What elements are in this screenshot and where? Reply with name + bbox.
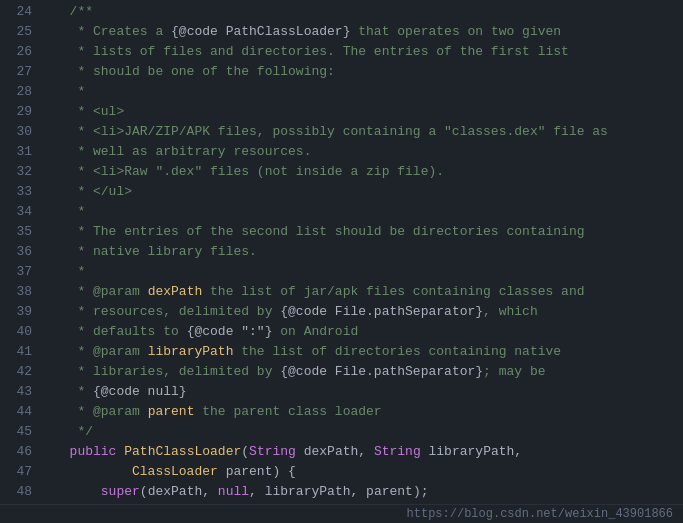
code-line: * Creates a {@code PathClassLoader} that… [54, 22, 683, 42]
line-number: 44 [10, 402, 32, 422]
line-number: 41 [10, 342, 32, 362]
line-number: 25 [10, 22, 32, 42]
line-number: 34 [10, 202, 32, 222]
code-line: * defaults to {@code ":"} on Android [54, 322, 683, 342]
code-line: * resources, delimited by {@code File.pa… [54, 302, 683, 322]
line-number: 29 [10, 102, 32, 122]
code-line: */ [54, 422, 683, 442]
line-number: 27 [10, 62, 32, 82]
footer: https://blog.csdn.net/weixin_43901866 [0, 504, 683, 523]
code-line: ClassLoader parent) { [54, 462, 683, 482]
line-number: 39 [10, 302, 32, 322]
code-line: * [54, 262, 683, 282]
code-line: * native library files. [54, 242, 683, 262]
line-number: 45 [10, 422, 32, 442]
code-line: * {@code null} [54, 382, 683, 402]
line-number: 31 [10, 142, 32, 162]
line-number: 35 [10, 222, 32, 242]
code-line: * [54, 82, 683, 102]
line-number: 47 [10, 462, 32, 482]
code-area: 2425262728293031323334353637383940414243… [0, 0, 683, 504]
line-number: 42 [10, 362, 32, 382]
code-line: * [54, 202, 683, 222]
line-number: 24 [10, 2, 32, 22]
line-number: 30 [10, 122, 32, 142]
line-number: 33 [10, 182, 32, 202]
line-number: 38 [10, 282, 32, 302]
code-line: public PathClassLoader(String dexPath, S… [54, 442, 683, 462]
code-line: * The entries of the second list should … [54, 222, 683, 242]
code-line: * should be one of the following: [54, 62, 683, 82]
code-lines: /** * Creates a {@code PathClassLoader} … [42, 0, 683, 504]
line-number: 26 [10, 42, 32, 62]
line-number: 36 [10, 242, 32, 262]
code-line: * <li>Raw ".dex" files (not inside a zip… [54, 162, 683, 182]
code-line: /** [54, 2, 683, 22]
code-line: * <ul> [54, 102, 683, 122]
line-number: 48 [10, 482, 32, 502]
code-line: * @param parent the parent class loader [54, 402, 683, 422]
line-number: 46 [10, 442, 32, 462]
footer-url: https://blog.csdn.net/weixin_43901866 [407, 507, 673, 521]
code-container: 2425262728293031323334353637383940414243… [0, 0, 683, 523]
code-line: * </ul> [54, 182, 683, 202]
code-line: * @param libraryPath the list of directo… [54, 342, 683, 362]
code-line: * well as arbitrary resources. [54, 142, 683, 162]
line-number: 28 [10, 82, 32, 102]
line-number: 37 [10, 262, 32, 282]
line-number: 40 [10, 322, 32, 342]
code-line: * <li>JAR/ZIP/APK files, possibly contai… [54, 122, 683, 142]
code-line: super(dexPath, null, libraryPath, parent… [54, 482, 683, 502]
code-line: * libraries, delimited by {@code File.pa… [54, 362, 683, 382]
line-numbers: 2425262728293031323334353637383940414243… [0, 0, 42, 504]
code-line: * lists of files and directories. The en… [54, 42, 683, 62]
line-number: 43 [10, 382, 32, 402]
line-number: 32 [10, 162, 32, 182]
code-line: * @param dexPath the list of jar/apk fil… [54, 282, 683, 302]
